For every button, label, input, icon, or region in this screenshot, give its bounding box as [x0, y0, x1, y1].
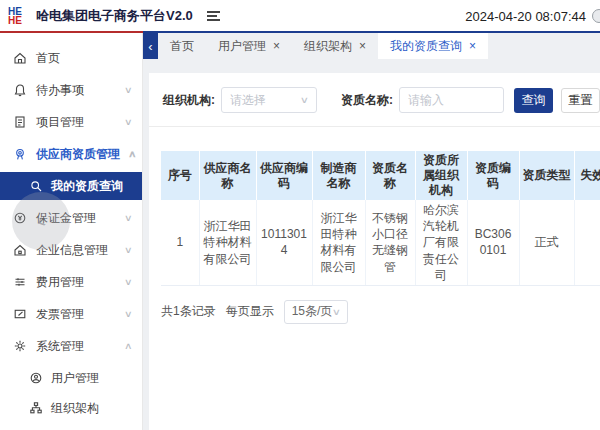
close-icon[interactable]: ×: [469, 40, 476, 52]
logo-bottom-text: HE: [8, 16, 32, 25]
sidebar-item-供应商资质管理[interactable]: 供应商资质管理∧: [0, 138, 142, 170]
user-icon: [29, 371, 43, 385]
table-column-header: 资质类型: [519, 151, 574, 200]
harbin-electric-logo-icon: HE HE: [8, 6, 32, 26]
org-filter-label: 组织机构:: [163, 92, 215, 109]
sidebar-item-项目管理[interactable]: 项目管理∨: [0, 106, 142, 138]
gear-icon: [13, 339, 27, 353]
table-column-header: 供应商编码: [256, 151, 312, 200]
table-column-header: 失效时间: [574, 151, 600, 200]
sidebar-subitem-label: 我的资质查询: [51, 178, 123, 195]
table-cell: 10113014: [256, 200, 312, 285]
tab-label: 用户管理: [218, 38, 266, 55]
table-cell: 哈尔滨汽轮机厂有限责任公司: [415, 200, 467, 285]
sidebar-item-首页[interactable]: 首页: [0, 42, 142, 74]
qualification-table-wrap: 序号供应商名称供应商编码制造商名称资质名称资质所属组织机构资质编码资质类型失效时…: [161, 151, 600, 286]
sidebar-item-待办事项[interactable]: 待办事项∨: [0, 74, 142, 106]
chevron-down-icon: ∨: [124, 245, 133, 255]
table-cell: 1: [161, 200, 199, 285]
tab-list: 首页用户管理×组织架构×我的资质查询×: [158, 33, 488, 59]
close-icon[interactable]: ×: [359, 40, 366, 52]
table-column-header: 资质名称: [365, 151, 415, 200]
per-page-select[interactable]: 15条/页 ∨: [284, 300, 348, 324]
total-records-text: 共1条记录: [161, 303, 216, 320]
project-icon: [13, 115, 27, 129]
sidebar-item-系统管理[interactable]: 系统管理∧: [0, 330, 142, 362]
sidebar-item-label: 首页: [36, 50, 60, 67]
chevron-up-icon: ∧: [124, 341, 133, 351]
invoice-icon: [13, 307, 27, 321]
bell-icon: [13, 83, 27, 97]
tab-label: 首页: [170, 38, 194, 55]
sidebar-item-label: 项目管理: [36, 114, 84, 131]
qualification-table: 序号供应商名称供应商编码制造商名称资质名称资质所属组织机构资质编码资质类型失效时…: [161, 151, 600, 286]
table-column-header: 资质所属组织机构: [415, 151, 467, 200]
chevron-down-icon: ∨: [332, 307, 341, 317]
table-body: 1浙江华田特种材料有限公司10113014浙江华田特种材料有限公司不锈钢小口径无…: [161, 200, 600, 285]
content-panel: 组织机构: 请选择 ∨ 资质名称: 查询 重置 序号供应商名称供应商编码制造商名…: [149, 73, 600, 430]
tab-bar: ‹ 首页用户管理×组织架构×我的资质查询×: [143, 33, 600, 59]
table-column-header: 制造商名称: [312, 151, 365, 200]
tab-用户管理[interactable]: 用户管理×: [206, 33, 292, 59]
table-column-header: 序号: [161, 151, 199, 200]
home-icon: [13, 51, 27, 65]
chevron-left-icon: ‹: [32, 208, 51, 234]
org-select-placeholder: 请选择: [230, 92, 266, 109]
table-cell: [574, 200, 600, 285]
chevron-down-icon: ∨: [124, 85, 133, 95]
sidebar-item-发票管理[interactable]: 发票管理∨: [0, 298, 142, 330]
tab-首页[interactable]: 首页: [158, 33, 206, 59]
chevron-up-icon: ∧: [128, 149, 137, 159]
org-select[interactable]: 请选择 ∨: [221, 87, 317, 113]
table-cell: 浙江华田特种材料有限公司: [199, 200, 256, 285]
table-column-header: 资质编码: [467, 151, 519, 200]
sidebar-item-费用管理[interactable]: 费用管理∨: [0, 266, 142, 298]
search-button[interactable]: 查询: [514, 88, 553, 113]
chevron-down-icon: ∨: [124, 277, 133, 287]
main-area: ‹ 首页用户管理×组织架构×我的资质查询× 组织机构: 请选择 ∨ 资质名称: …: [143, 33, 600, 430]
table-column-header: 供应商名称: [199, 151, 256, 200]
sidebar-subitem-用户管理[interactable]: 用户管理: [0, 364, 142, 392]
table-cell: BC3060101: [467, 200, 519, 285]
table-cell: 浙江华田特种材料有限公司: [312, 200, 365, 285]
current-datetime: 2024-04-20 08:07:44: [465, 9, 586, 24]
tab-label: 组织架构: [304, 38, 352, 55]
sidebar-item-label: 待办事项: [36, 82, 84, 99]
blue-accent-line: [143, 31, 600, 33]
sidebar-item-label: 发票管理: [36, 306, 84, 323]
app-header: HE HE 哈电集团电子商务平台V2.0 2024-04-20 08:07:44: [0, 0, 600, 32]
close-icon[interactable]: ×: [273, 40, 280, 52]
chevron-down-icon: ∨: [124, 213, 133, 223]
sidebar-subitem-组织架构[interactable]: 组织架构: [0, 394, 142, 422]
sidebar-subitem-我的资质查询[interactable]: 我的资质查询: [0, 172, 142, 200]
table-row[interactable]: 1浙江华田特种材料有限公司10113014浙江华田特种材料有限公司不锈钢小口径无…: [161, 200, 600, 285]
chevron-down-icon: ∨: [124, 309, 133, 319]
pagination: 共1条记录 每页显示 15条/页 ∨: [161, 300, 600, 324]
reset-button[interactable]: 重置: [561, 88, 600, 113]
tabs-scroll-left-button[interactable]: ‹: [143, 33, 158, 59]
per-page-label: 每页显示: [226, 303, 274, 320]
collapse-menu-icon[interactable]: [207, 11, 220, 21]
user-avatar[interactable]: [592, 9, 600, 23]
org-icon: [29, 401, 43, 415]
tab-label: 我的资质查询: [390, 38, 462, 55]
tab-组织架构[interactable]: 组织架构×: [292, 33, 378, 59]
table-header-row: 序号供应商名称供应商编码制造商名称资质名称资质所属组织机构资质编码资质类型失效时…: [161, 151, 600, 200]
sidebar-subitem-label: 组织架构: [51, 400, 99, 417]
table-cell: 正式: [519, 200, 574, 285]
red-accent-line: [0, 31, 143, 33]
sidebar-item-label: 费用管理: [36, 274, 84, 291]
search-icon: [29, 179, 43, 193]
per-page-value: 15条/页: [292, 303, 333, 320]
qualification-name-input[interactable]: [399, 87, 504, 113]
chevron-down-icon: ∨: [300, 95, 309, 105]
badge-icon: [13, 147, 27, 161]
floating-widget[interactable]: ‹: [12, 192, 70, 250]
sidebar-item-label: 供应商资质管理: [36, 146, 120, 163]
section-divider: [149, 126, 600, 127]
sidebar-subitem-label: 用户管理: [51, 370, 99, 387]
sidebar-item-label: 系统管理: [36, 338, 84, 355]
chevron-left-icon: ‹: [148, 39, 152, 54]
filter-row: 组织机构: 请选择 ∨ 资质名称: 查询 重置: [149, 73, 600, 113]
tab-我的资质查询[interactable]: 我的资质查询×: [378, 33, 488, 59]
